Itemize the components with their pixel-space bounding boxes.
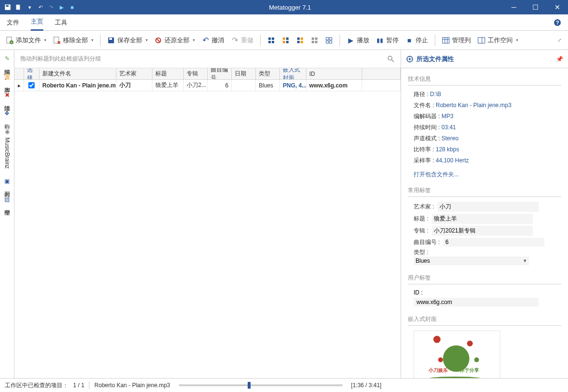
th-id[interactable]: ID <box>306 68 362 79</box>
pin-icon[interactable]: 📌 <box>556 56 563 62</box>
tab-file[interactable]: 文件 <box>7 14 19 31</box>
view-grid1[interactable] <box>265 35 278 46</box>
workspace-button[interactable]: 工作空间▾ <box>475 34 521 47</box>
svg-rect-23 <box>286 41 289 43</box>
svg-rect-30 <box>312 41 314 43</box>
tab-home[interactable]: 主页 <box>31 14 43 31</box>
grid-icon <box>325 37 333 44</box>
qat-stop-icon[interactable]: ■ <box>67 2 77 12</box>
svg-rect-33 <box>329 37 332 40</box>
cell-genre[interactable]: Blues <box>256 80 280 91</box>
svg-rect-35 <box>329 41 332 43</box>
view-grid4[interactable] <box>308 35 321 46</box>
field-genre[interactable]: 类型 : Blues▼ <box>414 248 561 265</box>
sidebar-item-identify[interactable]: ❖称 <box>3 108 11 121</box>
close-button[interactable]: ✕ <box>546 0 568 14</box>
svg-rect-17 <box>272 37 274 40</box>
th-date[interactable]: 日期 <box>232 68 256 79</box>
save-all-button[interactable]: 保存全部▾ <box>104 34 151 47</box>
tab-tools[interactable]: 工具 <box>55 14 67 31</box>
view-grid2[interactable] <box>279 35 292 46</box>
group-by-hint[interactable]: 拖动列标题到此处根据该列分组 <box>14 50 401 68</box>
layout-icon <box>478 37 485 44</box>
sidebar-item-clean[interactable]: ✖清除 <box>3 89 11 103</box>
table-row[interactable]: ▸ Roberto Kan - Plain jene.mp3 小刀 狼爱上羊 小… <box>14 80 401 91</box>
th-album[interactable]: 专辑 <box>184 68 208 79</box>
pause-button[interactable]: ▮▮ 暂停 <box>373 34 402 47</box>
minimize-button[interactable]: ─ <box>503 0 525 14</box>
field-artist[interactable]: 艺术家 : 小刀 <box>414 202 561 212</box>
sidebar-item-cover[interactable]: ▣封面 <box>3 175 11 189</box>
help-icon[interactable]: ? <box>554 19 561 26</box>
svg-rect-29 <box>315 37 317 40</box>
cell-id[interactable]: www.x6g.com <box>306 80 362 91</box>
th-filename[interactable]: 新建文件名 <box>39 68 116 79</box>
svg-rect-21 <box>286 37 289 40</box>
field-track[interactable]: 曲目编号 : 6 <box>414 238 561 246</box>
titlebar: + ▾ ↶ ↷ ▶ ■ Metatogger 7.1 ─ ☐ ✕ <box>0 0 568 14</box>
sidebar-item-organize[interactable]: ▤整理 <box>3 194 11 207</box>
th-select[interactable]: 选择 <box>24 68 39 79</box>
field-title[interactable]: 标题 : 狼爱上羊 <box>414 214 561 224</box>
section-common: 常用标签 <box>408 186 561 197</box>
th-cover[interactable]: 嵌入式封面 <box>280 68 306 79</box>
stop-button[interactable]: ■ 停止 <box>403 34 431 47</box>
view-grid3[interactable] <box>293 35 307 46</box>
restore-all-button[interactable]: 还原全部▾ <box>151 34 198 47</box>
pause-icon: ▮▮ <box>376 37 384 44</box>
kv-channel: 声道模式 : Stereo <box>414 135 561 143</box>
open-folder-link[interactable]: 打开包含文件夹... <box>414 171 561 179</box>
qat-play-icon[interactable]: ▶ <box>57 2 66 12</box>
playback-slider[interactable] <box>179 384 342 386</box>
th-artist[interactable]: 艺术家 <box>116 68 152 79</box>
remove-all-icon <box>53 37 61 44</box>
row-checkbox[interactable] <box>24 80 39 91</box>
svg-rect-27 <box>301 41 303 43</box>
th-last[interactable] <box>362 68 401 79</box>
redo-button[interactable]: ↷ 重做 <box>228 34 256 47</box>
th-indicator[interactable] <box>14 68 24 79</box>
cell-album[interactable]: 小刀2... <box>184 80 208 91</box>
redo-icon: ↷ <box>231 37 239 44</box>
th-genre[interactable]: 类型 <box>256 68 280 79</box>
cell-artist[interactable]: 小刀 <box>116 80 152 91</box>
qat-undo-icon[interactable]: ↶ <box>36 2 45 12</box>
cell-date[interactable] <box>232 80 256 91</box>
svg-rect-32 <box>326 37 328 40</box>
remove-all-button[interactable]: 移除全部▾ <box>50 34 96 47</box>
qat-add-icon[interactable]: + <box>13 2 23 12</box>
field-album[interactable]: 专辑 : 小刀2021新专辑 <box>414 226 561 236</box>
cell-filename[interactable]: Roberto Kan - Plain jene.mp3 <box>39 80 116 91</box>
play-button[interactable]: ▶ 播放 <box>344 34 372 47</box>
svg-rect-28 <box>312 37 314 40</box>
add-file-icon: + <box>6 37 13 44</box>
expand-ribbon[interactable]: ⤢ <box>557 37 565 43</box>
undo-button[interactable]: ↶ 撤消 <box>199 34 227 47</box>
view-grid5[interactable] <box>322 35 336 46</box>
status-bar: 工作区中已检查的项目： 1 / 1 Roberto Kan - Plain je… <box>0 379 568 392</box>
manage-cols-button[interactable]: 管理列 <box>439 34 474 47</box>
cell-track[interactable]: 6 <box>208 80 232 91</box>
add-file-button[interactable]: + 添加文件▾ <box>3 34 49 47</box>
sidebar-item-musicbrainz[interactable]: ◉MusicBrainz <box>3 126 11 171</box>
cell-title[interactable]: 狼爱上羊 <box>152 80 184 91</box>
svg-rect-18 <box>268 41 271 43</box>
th-track[interactable]: 曲目编号 <box>208 68 232 79</box>
sidebar-item-script[interactable]: 📜脚本 <box>3 71 11 85</box>
qat-dropdown[interactable]: ▾ <box>25 2 35 12</box>
field-id[interactable]: ID : www.x6g.com <box>414 289 561 306</box>
chevron-down-icon: ▾ <box>44 38 46 42</box>
th-title[interactable]: 标题 <box>152 68 184 79</box>
search-icon[interactable] <box>387 55 395 63</box>
chevron-down-icon: ▾ <box>193 38 195 42</box>
ribbon-tabs: 文件 主页 工具 ? <box>0 14 568 31</box>
sidebar-item-edit[interactable]: ✎编辑 <box>3 53 11 66</box>
maximize-button[interactable]: ☐ <box>525 0 546 14</box>
cover-preview[interactable]: 小刀娱乐 乐于分享 <box>414 331 500 378</box>
qat: + ▾ ↶ ↷ ▶ ■ <box>0 2 77 12</box>
cell-cover[interactable]: PNG, 4... <box>280 80 306 91</box>
svg-rect-20 <box>283 37 285 40</box>
svg-rect-31 <box>315 41 317 43</box>
qat-save-icon[interactable] <box>3 2 13 12</box>
qat-redo-icon[interactable]: ↷ <box>46 2 56 12</box>
